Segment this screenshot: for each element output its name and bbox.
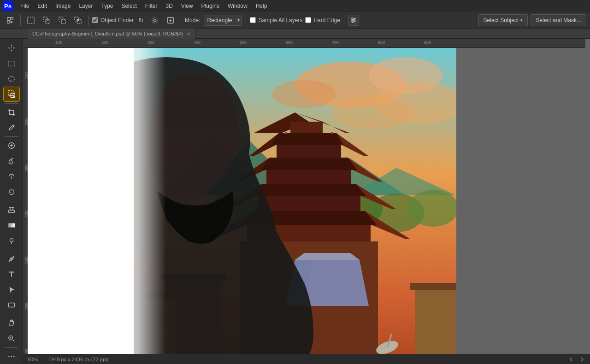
hard-edge-label[interactable]: Hard Edge — [313, 17, 340, 23]
menu-help[interactable]: Help — [252, 2, 271, 10]
svg-text:800: 800 — [378, 40, 385, 45]
document-tab[interactable]: CC-Photography-Segment_Omi-Kim.psd @ 50%… — [28, 29, 195, 39]
eyedropper-tool-btn[interactable] — [3, 120, 20, 135]
svg-rect-102 — [101, 48, 194, 361]
svg-rect-7 — [61, 19, 65, 23]
svg-text:200: 200 — [101, 40, 108, 45]
type-tool-btn[interactable] — [3, 267, 20, 282]
status-bar: 50% | 1949 px x 2436 px (72 ppi) — [23, 354, 590, 364]
move-tool-btn[interactable] — [3, 41, 20, 55]
new-selection-btn[interactable] — [24, 14, 37, 27]
svg-point-25 — [11, 258, 12, 260]
ps-logo: Ps — [3, 1, 13, 11]
svg-point-13 — [351, 18, 353, 19]
subtract-from-selection-btn[interactable] — [56, 14, 69, 27]
svg-rect-3 — [28, 17, 34, 23]
svg-rect-5 — [46, 19, 50, 23]
object-finder-checkbox[interactable] — [92, 17, 98, 23]
svg-rect-16 — [11, 47, 12, 48]
menu-edit[interactable]: Edit — [34, 2, 51, 10]
add-to-selection-btn[interactable] — [40, 14, 53, 27]
svg-rect-70 — [290, 122, 323, 133]
lasso-tool-btn[interactable] — [3, 71, 20, 86]
hand-tool-btn[interactable] — [3, 316, 20, 330]
select-and-mask-button[interactable]: Select and Mask... — [531, 14, 586, 26]
zoom-level: 50% — [28, 357, 38, 362]
object-finder-label[interactable]: Object Finder — [100, 17, 134, 23]
menu-plugins[interactable]: Plugins — [198, 2, 223, 10]
svg-rect-92 — [415, 288, 456, 361]
object-selection-tool-btn[interactable] — [3, 87, 20, 102]
sample-all-layers-group: Sample All Layers — [250, 17, 302, 23]
menu-filter[interactable]: Filter — [142, 2, 161, 10]
menu-select[interactable]: Select — [118, 2, 140, 10]
tabs-bar: CC-Photography-Segment_Omi-Kim.psd @ 50%… — [0, 29, 590, 39]
svg-text:900: 900 — [424, 40, 431, 45]
gradient-tool-btn[interactable] — [3, 218, 20, 233]
tool-divider-1 — [5, 103, 18, 104]
menu-file[interactable]: File — [17, 2, 33, 10]
svg-point-15 — [352, 21, 354, 23]
separator-5 — [344, 15, 344, 26]
menu-view[interactable]: View — [177, 2, 197, 10]
svg-point-29 — [11, 356, 12, 358]
mode-select[interactable]: Rectangle Ellipse Lasso Polygon — [204, 15, 242, 26]
marquee-tool-btn[interactable] — [3, 56, 20, 70]
zoom-tool-btn[interactable] — [3, 331, 20, 346]
svg-point-30 — [13, 356, 15, 358]
menu-layer[interactable]: Layer — [75, 2, 96, 10]
ruler-horizontal: 100 200 300 400 500 600 700 800 900 — [23, 39, 585, 48]
mode-select-wrapper: Rectangle Ellipse Lasso Polygon — [204, 15, 242, 26]
document-tab-close-icon[interactable]: ✕ — [187, 31, 190, 36]
object-finder-group: Object Finder — [92, 17, 134, 23]
svg-rect-0 — [7, 17, 10, 20]
settings-btn[interactable] — [148, 14, 161, 27]
menu-type[interactable]: Type — [97, 2, 117, 10]
adjustment-icon[interactable] — [348, 15, 359, 26]
sample-all-layers-label[interactable]: Sample All Layers — [258, 17, 302, 23]
healing-tool-btn[interactable] — [3, 138, 20, 153]
status-dimensions: 1949 px x 2436 px (72 ppi) — [48, 357, 108, 362]
select-subject-button[interactable]: Select Subject ▾ — [478, 14, 528, 26]
hard-edge-checkbox[interactable] — [305, 17, 311, 23]
svg-marker-81 — [251, 184, 366, 196]
svg-rect-17 — [8, 61, 14, 66]
svg-point-51 — [272, 80, 336, 108]
brush-tool-btn[interactable] — [3, 154, 20, 169]
history-brush-tool-btn[interactable] — [3, 184, 20, 199]
svg-point-65 — [408, 190, 456, 227]
expand-btn[interactable] — [164, 14, 177, 27]
more-tools-btn[interactable] — [3, 349, 20, 364]
pen-tool-btn[interactable] — [3, 252, 20, 266]
svg-rect-78 — [266, 170, 351, 184]
menu-3d[interactable]: 3D — [162, 2, 176, 10]
eraser-tool-btn[interactable] — [3, 203, 20, 217]
svg-point-11 — [153, 19, 156, 21]
svg-rect-1 — [11, 17, 13, 19]
mode-label: Mode: — [185, 17, 200, 23]
canvas-area[interactable]: 100 200 300 400 500 600 700 800 900 100 … — [23, 39, 590, 364]
main-layout: 100 200 300 400 500 600 700 800 900 100 … — [0, 39, 590, 364]
svg-point-28 — [8, 356, 10, 358]
menu-image[interactable]: Image — [52, 2, 74, 10]
clone-stamp-tool-btn[interactable] — [3, 169, 20, 184]
refresh-btn[interactable]: ↻ — [136, 16, 146, 25]
menu-window[interactable]: Window — [224, 2, 251, 10]
svg-point-24 — [10, 238, 13, 241]
intersect-selection-btn[interactable] — [71, 14, 84, 27]
svg-rect-26 — [8, 303, 14, 307]
svg-point-14 — [353, 19, 355, 21]
crop-tool-btn[interactable] — [3, 105, 20, 120]
svg-text:700: 700 — [332, 40, 339, 45]
svg-text:300: 300 — [148, 40, 154, 45]
tool-divider-6 — [5, 347, 18, 348]
nav-arrow-right-icon[interactable] — [579, 356, 585, 363]
nav-arrow-left-icon[interactable] — [568, 356, 574, 363]
shape-tool-btn[interactable] — [3, 298, 20, 312]
tool-preset-picker[interactable] — [4, 14, 17, 27]
svg-marker-97 — [295, 253, 360, 260]
sample-all-layers-checkbox[interactable] — [250, 17, 256, 23]
select-subject-label: Select Subject — [484, 17, 519, 23]
dodge-tool-btn[interactable] — [3, 233, 20, 248]
path-selection-tool-btn[interactable] — [3, 282, 20, 297]
